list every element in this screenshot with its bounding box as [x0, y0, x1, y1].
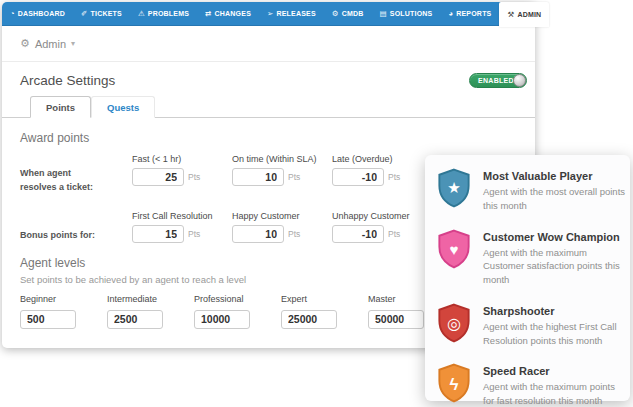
bolt-shield-icon: ϟ [437, 363, 471, 407]
badge-title: Sharpshooter [483, 305, 626, 317]
book-icon: ▤ [380, 9, 387, 18]
badge-most-valuable-player: ★ Most Valuable Player Agent with the mo… [437, 168, 618, 213]
badge-sharpshooter: ◎ Sharpshooter Agent with the highest Fi… [437, 303, 618, 348]
pts-suffix: Pts [188, 172, 200, 182]
badge-description: Agent with the highest First Call Resolu… [483, 320, 626, 348]
bonus-row-label: Bonus points for: [20, 229, 102, 243]
badge-description: Agent with the maximum points for fast r… [483, 380, 626, 407]
target-shield-icon: ◎ [437, 303, 471, 348]
heart-shield-icon: ♥ [437, 229, 471, 287]
gauge-icon: ◔ [10, 9, 15, 18]
beginner-label: Beginner [20, 294, 107, 304]
nav-label: CMDB [342, 10, 364, 17]
happy-label: Happy Customer [232, 211, 332, 221]
unhappy-label: Unhappy Customer [332, 211, 432, 221]
nav-item-solutions[interactable]: ▤ SOLUTIONS [372, 2, 441, 25]
wrench-icon: ⚒ [507, 10, 514, 19]
nav-label: TICKETS [91, 10, 122, 17]
nav-item-changes[interactable]: ⇄ CHANGES [197, 2, 259, 25]
unhappy-points-input[interactable] [332, 225, 384, 243]
badge-title: Customer Wow Champion [483, 231, 626, 243]
bug-icon: ⚠ [138, 9, 145, 18]
beginner-input[interactable] [20, 310, 76, 329]
ontime-field: On time (Within SLA) Pts [232, 154, 332, 194]
svg-text:♥: ♥ [450, 240, 459, 257]
badge-title: Speed Racer [483, 365, 626, 377]
late-field: Late (Overdue) Pts [332, 154, 432, 194]
nav-label: DASHBOARD [18, 10, 65, 17]
swap-icon: ⇄ [205, 9, 211, 18]
nav-item-tickets[interactable]: ✐ TICKETS [73, 2, 130, 25]
page-header: Arcade Settings ENABLED [2, 62, 535, 88]
badge-description: Agent with the most overall points this … [483, 185, 626, 213]
nav-label: RELEASES [276, 10, 315, 17]
fast-points-input[interactable] [132, 168, 184, 186]
expert-level: Expert [281, 294, 368, 329]
tab-quests[interactable]: Quests [91, 96, 155, 118]
expert-label: Expert [281, 294, 368, 304]
nav-item-admin[interactable]: ⚒ ADMIN [499, 2, 549, 27]
pts-suffix: Pts [188, 229, 200, 239]
nav-label: ADMIN [517, 11, 541, 18]
toggle-knob [513, 74, 526, 87]
professional-input[interactable] [194, 310, 250, 329]
fast-field: Fast (< 1 hr) Pts [132, 154, 232, 194]
nav-item-problems[interactable]: ⚠ PROBLEMS [130, 2, 197, 25]
breadcrumb[interactable]: ⚙ Admin ▾ [2, 26, 535, 62]
ontime-label: On time (Within SLA) [232, 154, 332, 164]
badge-speed-racer: ϟ Speed Racer Agent with the maximum poi… [437, 363, 618, 407]
happy-field: Happy Customer Pts [232, 211, 332, 243]
enabled-toggle-label: ENABLED [478, 77, 514, 84]
intermediate-level: Intermediate [107, 294, 194, 329]
gear-icon: ⚙ [332, 9, 339, 18]
nav-item-reports[interactable]: ◕ REPORTS [441, 2, 500, 25]
nav-label: PROBLEMS [148, 10, 189, 17]
pts-suffix: Pts [288, 229, 300, 239]
fcr-label: First Call Resolution [132, 211, 232, 221]
star-shield-icon: ★ [437, 168, 471, 213]
happy-points-input[interactable] [232, 225, 284, 243]
gear-icon: ⚙ [20, 37, 30, 50]
chevron-down-icon: ▾ [71, 39, 75, 48]
intermediate-label: Intermediate [107, 294, 194, 304]
nav-item-releases[interactable]: ➢ RELEASES [259, 2, 324, 25]
pts-suffix: Pts [388, 229, 400, 239]
page-title: Arcade Settings [20, 73, 517, 88]
nav-label: CHANGES [215, 10, 251, 17]
fast-label: Fast (< 1 hr) [132, 154, 232, 164]
ontime-points-input[interactable] [232, 168, 284, 186]
beginner-level: Beginner [20, 294, 107, 329]
master-input[interactable] [368, 310, 424, 329]
unhappy-field: Unhappy Customer Pts [332, 211, 432, 243]
rocket-icon: ➢ [267, 9, 273, 18]
svg-text:◎: ◎ [447, 313, 461, 331]
trophies-card: ★ Most Valuable Player Agent with the mo… [425, 155, 630, 401]
tab-bar: Points Quests [2, 96, 535, 118]
resolve-row-label: When agent resolves a ticket: [20, 167, 102, 194]
pts-suffix: Pts [288, 172, 300, 182]
fcr-field: First Call Resolution Pts [132, 211, 232, 243]
top-navbar: ◔ DASHBOARD ✐ TICKETS ⚠ PROBLEMS ⇄ CHANG… [2, 2, 535, 26]
badge-description: Agent with the maximum Customer satisfac… [483, 246, 626, 287]
professional-level: Professional [194, 294, 281, 329]
late-points-input[interactable] [332, 168, 384, 186]
late-label: Late (Overdue) [332, 154, 432, 164]
tab-points[interactable]: Points [30, 96, 91, 118]
nav-item-dashboard[interactable]: ◔ DASHBOARD [2, 2, 73, 25]
badge-title: Most Valuable Player [483, 170, 626, 182]
chart-icon: ◕ [449, 9, 454, 18]
screenshot-stage: ◔ DASHBOARD ✐ TICKETS ⚠ PROBLEMS ⇄ CHANG… [0, 0, 633, 407]
breadcrumb-label: Admin [35, 38, 66, 50]
enabled-toggle[interactable]: ENABLED [469, 73, 527, 88]
fcr-points-input[interactable] [132, 225, 184, 243]
nav-label: SOLUTIONS [390, 10, 433, 17]
badge-customer-wow-champion: ♥ Customer Wow Champion Agent with the m… [437, 229, 618, 287]
pts-suffix: Pts [388, 172, 400, 182]
intermediate-input[interactable] [107, 310, 163, 329]
nav-item-cmdb[interactable]: ⚙ CMDB [324, 2, 372, 25]
ticket-icon: ✐ [81, 9, 87, 18]
nav-label: REPORTS [456, 10, 491, 17]
award-points-heading: Award points [20, 131, 517, 145]
svg-text:★: ★ [447, 179, 461, 196]
expert-input[interactable] [281, 310, 337, 329]
